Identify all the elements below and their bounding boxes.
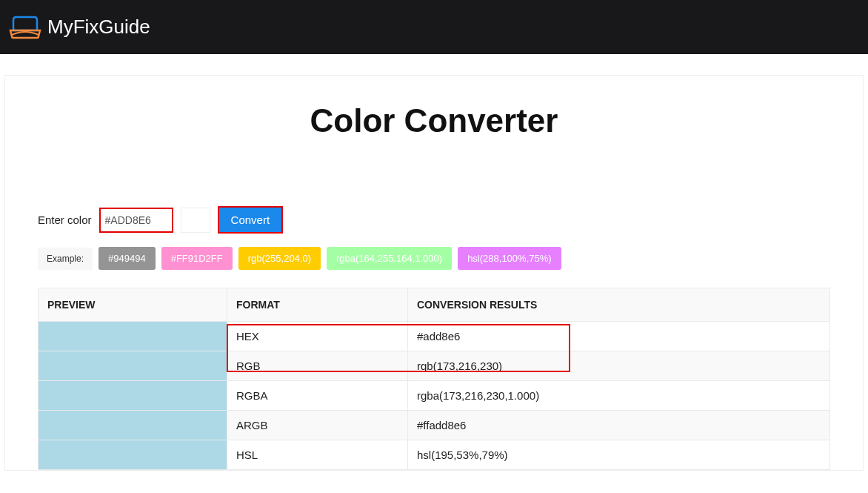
example-label: Example:	[38, 248, 93, 270]
table-row: RGB rgb(173,216,230)	[39, 351, 830, 381]
example-badge-5[interactable]: hsl(288,100%,75%)	[458, 247, 561, 270]
color-preview-box	[181, 208, 210, 233]
convert-button[interactable]: Convert	[218, 206, 284, 234]
result-cell: #add8e6	[408, 322, 830, 351]
top-navbar: MyFixGuide	[0, 0, 868, 54]
result-cell: #ffadd8e6	[408, 411, 830, 440]
site-name: MyFixGuide	[47, 16, 150, 39]
example-badge-2[interactable]: #FF91D2FF	[161, 247, 233, 270]
results-table: PREVIEW FORMAT CONVERSION RESULTS HEX #a…	[38, 288, 830, 470]
result-cell: rgb(173,216,230)	[408, 351, 830, 381]
format-cell: RGBA	[227, 381, 408, 411]
preview-cell	[39, 322, 227, 351]
color-input[interactable]	[99, 208, 173, 233]
format-cell: HEX	[227, 322, 408, 351]
enter-color-label: Enter color	[38, 214, 92, 226]
format-cell: RGB	[227, 351, 408, 381]
example-badge-4[interactable]: rgba(164,255,164,1.000)	[327, 247, 452, 270]
th-format: FORMAT	[227, 288, 408, 322]
format-cell: ARGB	[227, 411, 408, 440]
format-cell: HSL	[227, 440, 408, 470]
table-row: HEX #add8e6	[39, 322, 830, 351]
page-title: Color Converter	[5, 102, 863, 139]
table-row: ARGB #ffadd8e6	[39, 411, 830, 440]
table-row: HSL hsl(195,53%,79%)	[39, 440, 830, 470]
result-cell: rgba(173,216,230,1.000)	[408, 381, 830, 411]
preview-cell	[39, 440, 227, 470]
examples-row: Example: #949494 #FF91D2FF rgb(255,204,0…	[38, 247, 830, 270]
th-preview: PREVIEW	[39, 288, 227, 322]
preview-cell	[39, 381, 227, 411]
site-logo[interactable]: MyFixGuide	[9, 14, 150, 41]
preview-cell	[39, 351, 227, 381]
entry-row: Enter color Convert	[38, 206, 830, 234]
preview-cell	[39, 411, 227, 440]
th-results: CONVERSION RESULTS	[408, 288, 830, 322]
main-card: Color Converter Enter color Convert Exam…	[4, 75, 864, 471]
table-row: RGBA rgba(173,216,230,1.000)	[39, 381, 830, 411]
example-badge-3[interactable]: rgb(255,204,0)	[238, 247, 321, 270]
laptop-icon	[9, 14, 41, 41]
example-badge-1[interactable]: #949494	[99, 247, 156, 270]
result-cell: hsl(195,53%,79%)	[408, 440, 830, 470]
